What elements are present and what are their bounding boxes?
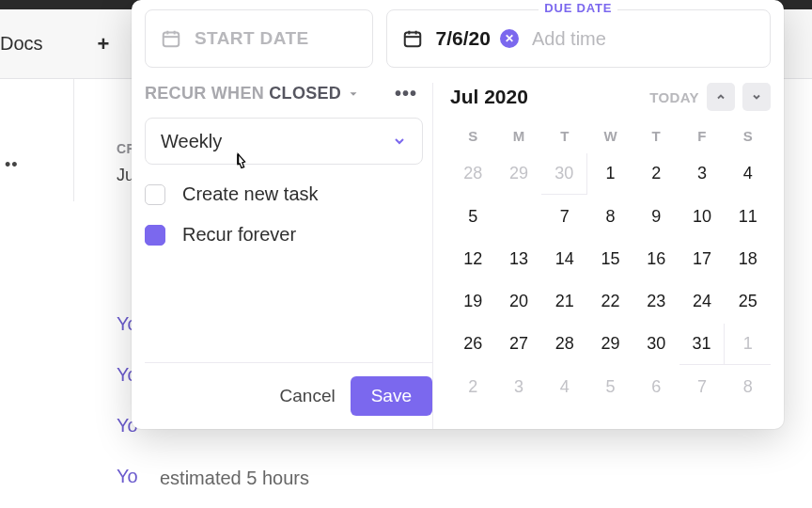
calendar-dow: S <box>725 120 771 151</box>
calendar-grid: SMTWTFS282930123456789101112131415161718… <box>450 120 771 407</box>
recurrence-pane: RECUR WHEN CLOSED ••• Weekly Create new … <box>145 83 432 429</box>
chevron-up-icon <box>715 91 726 103</box>
add-time-button[interactable]: Add time <box>532 28 606 50</box>
calendar-day[interactable]: 26 <box>450 324 496 365</box>
calendar-day[interactable]: 19 <box>450 281 496 322</box>
calendar-day[interactable]: 16 <box>633 239 679 279</box>
calendar-dow: T <box>541 120 587 151</box>
calendar-day[interactable]: 2 <box>450 367 496 407</box>
calendar-day[interactable]: 20 <box>496 281 542 322</box>
calendar-day[interactable]: 25 <box>725 281 771 322</box>
calendar-day[interactable]: 10 <box>679 197 726 237</box>
create-new-task-option[interactable]: Create new task <box>145 183 423 205</box>
due-date-field[interactable]: DUE DATE 7/6/20 ✕ Add time <box>386 9 771 68</box>
recur-when-state: CLOSED <box>269 84 341 103</box>
chevron-down-icon <box>751 91 762 103</box>
calendar-dow: M <box>496 120 542 151</box>
calendar-day[interactable]: 23 <box>633 281 679 322</box>
calendar-dow: T <box>633 120 679 151</box>
clear-due-date-icon[interactable]: ✕ <box>500 29 519 48</box>
estimated-line-partial: estimated 5 hours <box>160 468 309 489</box>
calendar-day[interactable]: 28 <box>541 324 587 365</box>
next-month-button[interactable] <box>742 83 771 111</box>
calendar-day[interactable]: 18 <box>725 239 771 279</box>
calendar-dow: W <box>587 120 633 151</box>
recur-forever-label: Recur forever <box>182 224 296 246</box>
recur-when-prefix: RECUR WHEN <box>145 84 269 103</box>
calendar-day[interactable]: 30 <box>541 153 587 195</box>
calendar-pane: Jul 2020 TODAY SMTWTFS282930123456789101… <box>432 83 771 429</box>
calendar-icon <box>161 28 181 49</box>
calendar-day[interactable]: 14 <box>541 239 587 279</box>
calendar-day[interactable]: 2 <box>633 153 679 195</box>
calendar-day[interactable]: 5 <box>450 197 496 237</box>
footer-actions: Cancel Save <box>145 362 432 429</box>
calendar-day[interactable]: 30 <box>633 324 679 365</box>
calendar-day[interactable]: 3 <box>496 367 542 407</box>
activity-line-partial: Yo <box>117 466 138 487</box>
calendar-day[interactable]: 1 <box>587 153 633 195</box>
calendar-day[interactable]: 11 <box>725 197 771 237</box>
calendar-day[interactable]: 7 <box>541 197 587 237</box>
row-actions-icon[interactable]: •• <box>5 155 19 175</box>
date-inputs-row: START DATE DUE DATE 7/6/20 ✕ Add time <box>145 9 771 68</box>
start-date-placeholder: START DATE <box>195 28 309 49</box>
prev-month-button[interactable] <box>707 83 735 111</box>
calendar-day[interactable]: 21 <box>541 281 587 322</box>
svg-rect-0 <box>164 33 180 47</box>
recur-when-dropdown[interactable]: RECUR WHEN CLOSED <box>145 84 341 103</box>
due-date-value: 7/6/20 <box>436 27 491 50</box>
calendar-day[interactable]: 1 <box>725 324 771 365</box>
svg-rect-1 <box>404 33 420 47</box>
recur-forever-option[interactable]: Recur forever <box>145 224 423 246</box>
more-options-icon[interactable]: ••• <box>395 83 417 104</box>
divider <box>73 79 74 201</box>
chevron-down-icon <box>392 134 407 149</box>
calendar-day[interactable]: 13 <box>496 239 542 279</box>
frequency-select[interactable]: Weekly <box>145 118 423 165</box>
calendar-day[interactable]: 17 <box>679 239 726 279</box>
cancel-button[interactable]: Cancel <box>280 386 336 406</box>
calendar-day[interactable]: 6 <box>633 367 679 407</box>
save-button[interactable]: Save <box>351 376 432 416</box>
calendar-day[interactable]: 9 <box>633 197 679 237</box>
calendar-day[interactable]: 3 <box>679 153 726 195</box>
calendar-day[interactable]: 31 <box>679 324 726 365</box>
calendar-day[interactable]: 22 <box>587 281 633 322</box>
calendar-day[interactable]: 7 <box>679 367 726 407</box>
docs-tab[interactable]: Docs <box>0 33 43 55</box>
calendar-day[interactable]: 24 <box>679 281 726 322</box>
calendar-day[interactable]: 29 <box>587 324 633 365</box>
start-date-field[interactable]: START DATE <box>145 9 373 68</box>
frequency-value: Weekly <box>161 131 222 152</box>
calendar-day[interactable]: 8 <box>587 197 633 237</box>
pointer-cursor-icon <box>230 151 251 176</box>
calendar-day[interactable]: 4 <box>725 153 771 195</box>
date-recurrence-popover: START DATE DUE DATE 7/6/20 ✕ Add time RE… <box>132 0 784 429</box>
due-date-label: DUE DATE <box>539 1 617 15</box>
checkbox-unchecked[interactable] <box>145 184 165 205</box>
checkbox-checked[interactable] <box>145 225 165 246</box>
calendar-day[interactable]: 29 <box>496 153 542 195</box>
calendar-day[interactable]: 8 <box>725 367 771 407</box>
calendar-month-label: Jul 2020 <box>450 86 528 108</box>
calendar-day[interactable]: 5 <box>587 367 633 407</box>
calendar-day[interactable]: 12 <box>450 239 496 279</box>
calendar-day[interactable]: 27 <box>496 324 542 365</box>
calendar-day[interactable]: 28 <box>450 153 496 195</box>
calendar-dow: S <box>450 120 496 151</box>
calendar-day[interactable]: 15 <box>587 239 633 279</box>
calendar-dow: F <box>679 120 726 151</box>
add-tab-button[interactable]: + <box>98 32 110 56</box>
calendar-day[interactable]: 4 <box>541 367 587 407</box>
calendar-day[interactable]: 6 <box>496 197 542 237</box>
chevron-down-icon <box>347 87 360 101</box>
today-button[interactable]: TODAY <box>649 89 699 105</box>
create-new-task-label: Create new task <box>182 183 319 205</box>
calendar-icon <box>402 28 423 49</box>
